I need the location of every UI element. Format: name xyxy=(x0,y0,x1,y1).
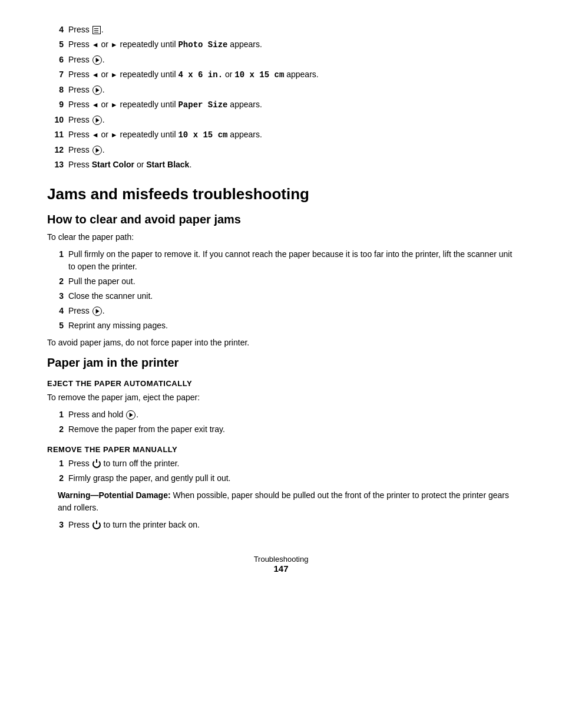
clear-step-2: 2 Pull the paper out. xyxy=(47,275,515,288)
menu-icon xyxy=(92,26,101,34)
subsection1-title: How to clear and avoid paper jams xyxy=(47,213,515,226)
warning-label: Warning—Potential Damage: xyxy=(58,490,171,500)
power-icon xyxy=(92,460,101,468)
top-steps-list: 4 Press . 5 Press ◄ or ► repeatedly unti… xyxy=(47,24,515,171)
clear-step-3: 3 Close the scanner unit. xyxy=(47,290,515,302)
arrow-right-icon: ► xyxy=(111,39,118,50)
resume-icon xyxy=(126,410,135,420)
step-8: 8 Press . xyxy=(47,84,515,96)
step-5: 5 Press ◄ or ► repeatedly until Photo Si… xyxy=(47,38,515,51)
photo-size-code: Photo Size xyxy=(178,40,227,50)
arrow-left-icon: ◄ xyxy=(92,39,99,50)
step-12: 12 Press . xyxy=(47,144,515,156)
step-6: 6 Press . xyxy=(47,54,515,66)
manual-title: Remove the paper manually xyxy=(47,445,515,454)
size-4x6-code: 4 x 6 in. xyxy=(178,70,223,80)
manual-steps-list: 1 Press to turn off the printer. 2 Firml… xyxy=(47,457,515,485)
size-10x15-code: 10 x 15 cm xyxy=(234,70,284,80)
step-11: 11 Press ◄ or ► repeatedly until 10 x 15… xyxy=(47,129,515,141)
manual-step-3: 3 Press to turn the printer back on. xyxy=(47,519,515,531)
manual-step-1: 1 Press to turn off the printer. xyxy=(47,457,515,470)
arrow-right-icon: ► xyxy=(111,100,118,110)
clear-step-5: 5 Reprint any missing pages. xyxy=(47,319,515,332)
main-section-title: Jams and misfeeds troubleshooting xyxy=(47,185,515,203)
step-10: 10 Press . xyxy=(47,114,515,126)
footer-label: Troubleshooting xyxy=(254,555,309,564)
start-black-label: Start Black xyxy=(146,160,189,169)
resume-icon xyxy=(92,116,102,125)
resume-icon xyxy=(92,146,102,155)
subsection2-title: Paper jam in the printer xyxy=(47,356,515,370)
power-icon xyxy=(92,521,101,529)
eject-title: Eject the paper automatically xyxy=(47,379,515,388)
arrow-left-icon: ◄ xyxy=(92,70,99,80)
manual-step3-list: 3 Press to turn the printer back on. xyxy=(47,519,515,531)
clear-step-1: 1 Pull firmly on the paper to remove it.… xyxy=(47,248,515,273)
eject-step-2: 2 Remove the paper from the paper exit t… xyxy=(47,423,515,436)
step-13: 13 Press Start Color or Start Black. xyxy=(47,159,515,171)
warning-box: Warning—Potential Damage: When possible,… xyxy=(58,489,515,514)
resume-icon xyxy=(92,307,102,316)
arrow-right-icon: ► xyxy=(111,70,118,80)
arrow-left-icon: ◄ xyxy=(92,100,99,110)
page-number: 147 xyxy=(47,564,515,574)
manual-step-2: 2 Firmly grasp the paper, and gently pul… xyxy=(47,472,515,485)
arrow-right-icon: ► xyxy=(111,130,118,140)
step-9: 9 Press ◄ or ► repeatedly until Paper Si… xyxy=(47,98,515,111)
clear-step-4: 4 Press . xyxy=(47,305,515,317)
arrow-left-icon: ◄ xyxy=(92,130,99,140)
eject-step-1: 1 Press and hold . xyxy=(47,409,515,421)
step-7: 7 Press ◄ or ► repeatedly until 4 x 6 in… xyxy=(47,68,515,81)
avoid-text: To avoid paper jams, do not force paper … xyxy=(47,337,515,349)
start-color-label: Start Color xyxy=(92,160,134,169)
resume-icon xyxy=(92,55,102,65)
eject-intro: To remove the paper jam, eject the paper… xyxy=(47,391,515,404)
size-10x15-code2: 10 x 15 cm xyxy=(178,130,227,140)
paper-size-code: Paper Size xyxy=(178,100,227,110)
step-4: 4 Press . xyxy=(47,24,515,36)
resume-icon xyxy=(92,85,102,95)
clear-steps-list: 1 Pull firmly on the paper to remove it.… xyxy=(47,248,515,332)
eject-steps-list: 1 Press and hold . 2 Remove the paper fr… xyxy=(47,409,515,436)
clear-intro: To clear the paper path: xyxy=(47,231,515,243)
footer: Troubleshooting 147 xyxy=(47,555,515,574)
